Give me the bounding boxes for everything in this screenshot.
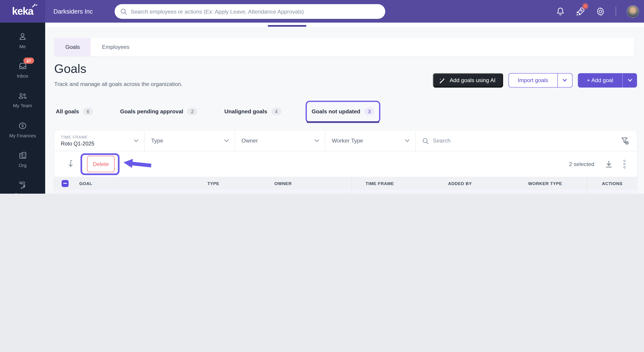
table-more-options[interactable] bbox=[624, 160, 626, 168]
search-icon bbox=[120, 8, 127, 15]
search-icon bbox=[422, 138, 429, 144]
select-all-checkbox[interactable] bbox=[62, 180, 69, 187]
sidebar-item-my-team[interactable]: My Team bbox=[0, 85, 45, 115]
nav-strip bbox=[45, 23, 644, 27]
tab-goals-pending-approval[interactable]: Goals pending approval 2 bbox=[118, 102, 199, 122]
add-goal-dropdown[interactable] bbox=[622, 73, 637, 88]
table-row: ✓ Revenue Generation 2 Sub-goals 0 Tasks… bbox=[54, 190, 637, 194]
whats-new-rocket[interactable] bbox=[576, 6, 586, 16]
team-icon bbox=[18, 91, 28, 100]
company-name: Darksiders Inc bbox=[53, 8, 93, 15]
notification-dot bbox=[583, 4, 587, 8]
chevron-down-icon bbox=[563, 79, 567, 82]
tab-unaligned-goals[interactable]: Unaligned goals 4 bbox=[223, 102, 283, 122]
row-actions-kebab[interactable] bbox=[587, 190, 637, 194]
table-search-input[interactable] bbox=[433, 138, 614, 144]
building-icon bbox=[18, 151, 27, 160]
sidebar-item-me[interactable]: Me bbox=[0, 26, 45, 55]
app-window: keka Darksiders Inc Me 37 bbox=[0, 0, 644, 194]
annotation-arrow-delete bbox=[122, 158, 154, 172]
chevron-down-icon bbox=[224, 139, 229, 142]
sidebar: Me 37 Inbox My Team $ My Finances Org En… bbox=[0, 23, 45, 194]
sort-arrow-icon[interactable] bbox=[66, 159, 74, 169]
count-badge: 2 bbox=[188, 108, 197, 115]
active-nav-indicator bbox=[268, 25, 306, 27]
clear-filters-button[interactable] bbox=[620, 131, 637, 151]
worker-type-filter[interactable]: Worker Type bbox=[325, 131, 416, 151]
chat-heart-icon bbox=[18, 181, 28, 190]
filter-bar: TIME FRAME Roto Q1-2025 Type Owner Worke… bbox=[54, 131, 637, 151]
download-icon[interactable] bbox=[605, 160, 613, 168]
global-search-input[interactable] bbox=[131, 8, 380, 15]
svg-text:$: $ bbox=[22, 124, 24, 128]
top-bar: keka Darksiders Inc bbox=[0, 0, 644, 23]
logo-spark-icon bbox=[31, 4, 38, 9]
sidebar-item-my-finances[interactable]: $ My Finances bbox=[0, 115, 45, 144]
inbox-count-badge: 37 bbox=[24, 58, 34, 64]
add-goals-ai-button[interactable]: Add goals using AI bbox=[433, 73, 503, 88]
count-badge: 4 bbox=[271, 108, 281, 115]
count-badge: 3 bbox=[364, 108, 374, 115]
chevron-down-icon bbox=[134, 139, 138, 142]
delete-selected-button[interactable]: Delete bbox=[87, 156, 114, 172]
global-search[interactable] bbox=[114, 4, 385, 19]
tab-goals-not-updated[interactable]: Goals not updated 3 bbox=[307, 102, 379, 122]
notifications-bell-icon[interactable] bbox=[556, 7, 565, 16]
divider bbox=[616, 6, 616, 16]
keka-logo[interactable]: keka bbox=[0, 0, 45, 23]
sidebar-item-org[interactable]: Org bbox=[0, 144, 45, 174]
selected-count: 2 selected bbox=[569, 161, 594, 167]
table-header: GOAL TYPE OWNER TIME FRAME ADDED BY WORK… bbox=[54, 177, 637, 190]
count-badge: 6 bbox=[83, 108, 93, 115]
type-filter[interactable]: Type bbox=[145, 131, 235, 151]
table-search[interactable] bbox=[416, 131, 621, 151]
settings-gear-icon[interactable] bbox=[596, 7, 605, 16]
magic-wand-icon bbox=[438, 77, 446, 84]
dollar-circle-icon: $ bbox=[18, 121, 27, 130]
chevron-down-icon bbox=[315, 139, 319, 142]
sidebar-item-engage[interactable]: Engage bbox=[0, 174, 45, 194]
user-icon bbox=[18, 32, 27, 41]
bulk-actions-toolbar: Delete 2 selected bbox=[54, 151, 637, 177]
sidebar-item-inbox[interactable]: 37 Inbox bbox=[0, 55, 45, 85]
goals-table-card: TIME FRAME Roto Q1-2025 Type Owner Worke… bbox=[54, 131, 637, 194]
add-goal-button[interactable]: + Add goal bbox=[578, 73, 637, 88]
filter-clear-icon bbox=[620, 136, 630, 145]
owner-filter[interactable]: Owner bbox=[235, 131, 325, 151]
tab-goals[interactable]: Goals bbox=[54, 38, 91, 56]
time-frame-filter[interactable]: TIME FRAME Roto Q1-2025 bbox=[54, 131, 145, 151]
user-avatar[interactable] bbox=[627, 5, 639, 18]
rocket-icon bbox=[576, 6, 586, 16]
tab-all-goals[interactable]: All goals 6 bbox=[54, 102, 95, 122]
goal-filter-tabs: All goals 6 Goals pending approval 2 Una… bbox=[54, 102, 379, 122]
import-goals-dropdown[interactable] bbox=[557, 74, 572, 87]
import-goals-button[interactable]: Import goals bbox=[508, 73, 572, 88]
chevron-down-icon bbox=[405, 139, 410, 142]
tab-employees[interactable]: Employees bbox=[91, 38, 140, 56]
page-tabs: Goals Employees bbox=[54, 38, 634, 56]
chevron-down-icon bbox=[628, 79, 632, 82]
